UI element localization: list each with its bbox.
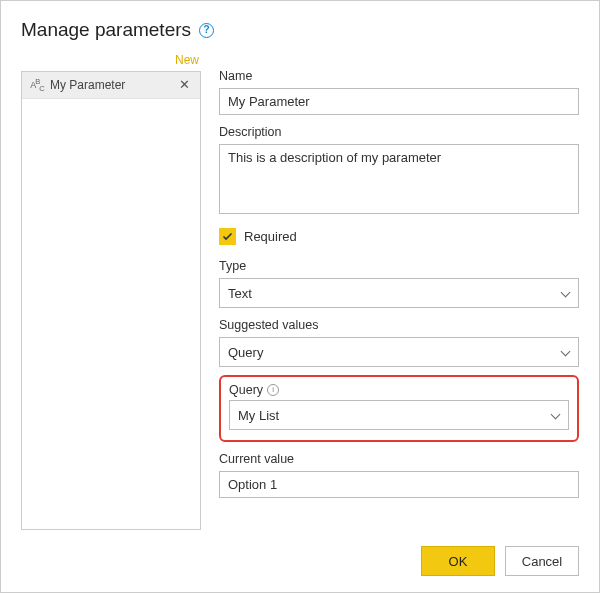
dialog-header: Manage parameters ? [21, 19, 579, 41]
dialog-title: Manage parameters [21, 19, 191, 41]
current-value-input[interactable] [219, 471, 579, 498]
current-value-label: Current value [219, 452, 579, 466]
name-label: Name [219, 69, 579, 83]
parameter-item-label: My Parameter [50, 78, 171, 92]
new-parameter-link[interactable]: New [21, 51, 201, 71]
text-type-icon: ABC [30, 77, 44, 93]
suggested-values-label: Suggested values [219, 318, 579, 332]
type-label: Type [219, 259, 579, 273]
manage-parameters-dialog: Manage parameters ? New ABC My Parameter… [0, 0, 600, 593]
parameter-sidebar: New ABC My Parameter ✕ [21, 51, 201, 530]
chevron-down-icon [550, 410, 560, 420]
check-icon [222, 231, 233, 242]
parameter-list: ABC My Parameter ✕ [21, 71, 201, 530]
type-value: Text [228, 286, 252, 301]
help-icon[interactable]: ? [199, 23, 214, 38]
cancel-button[interactable]: Cancel [505, 546, 579, 576]
chevron-down-icon [560, 347, 570, 357]
parameter-form: Name Description Required Type Text Sugg… [219, 51, 579, 530]
info-icon[interactable]: i [267, 384, 279, 396]
required-label: Required [244, 229, 297, 244]
dialog-footer: OK Cancel [21, 530, 579, 576]
required-row: Required [219, 228, 579, 245]
ok-button[interactable]: OK [421, 546, 495, 576]
query-select[interactable]: My List [229, 400, 569, 430]
query-value: My List [238, 408, 279, 423]
description-label: Description [219, 125, 579, 139]
query-label: Query i [229, 383, 569, 397]
chevron-down-icon [560, 288, 570, 298]
name-input[interactable] [219, 88, 579, 115]
type-select[interactable]: Text [219, 278, 579, 308]
delete-parameter-icon[interactable]: ✕ [177, 78, 192, 91]
required-checkbox[interactable] [219, 228, 236, 245]
suggested-values-select[interactable]: Query [219, 337, 579, 367]
suggested-values-value: Query [228, 345, 263, 360]
parameter-list-item[interactable]: ABC My Parameter ✕ [22, 72, 200, 99]
query-section-highlight: Query i My List [219, 375, 579, 442]
dialog-body: New ABC My Parameter ✕ Name Description [21, 51, 579, 530]
description-input[interactable] [219, 144, 579, 214]
